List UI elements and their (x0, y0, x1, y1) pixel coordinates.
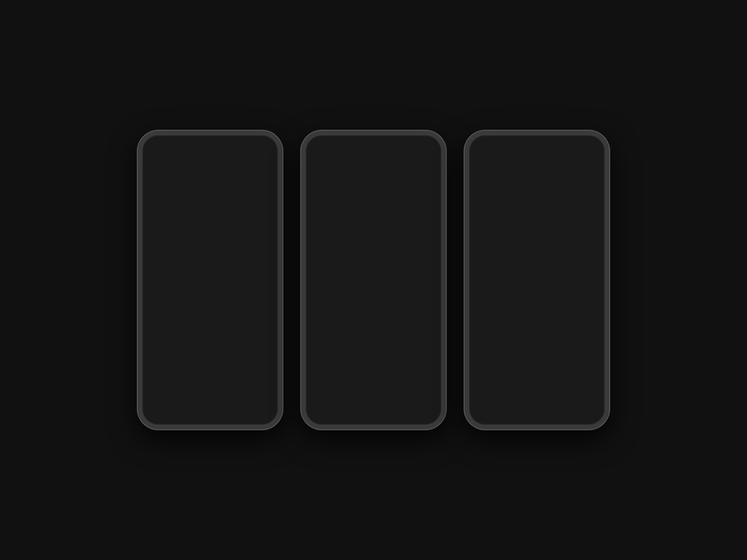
dock-compass-icon[interactable] (213, 396, 238, 420)
app-label-appstore: App Store (477, 316, 493, 320)
svg-point-82 (552, 226, 553, 228)
dock-appletv-icon[interactable] (346, 396, 370, 420)
widgetsmith-label: Widgetsmith (143, 204, 277, 212)
app-settings[interactable]: Settings (211, 287, 244, 322)
app-itunesstore[interactable]: iTunes Store (503, 287, 536, 322)
app-label-settings: Settings (384, 316, 398, 320)
svg-marker-16 (157, 264, 160, 266)
app-label-home: Home (257, 316, 267, 320)
app-label-camera: Camera (350, 280, 363, 284)
calendar-widget[interactable]: TUE 29 SEPTEMBER SMTWTFS1234567891011121… (470, 147, 604, 204)
svg-marker-67 (388, 406, 391, 409)
app-grid: Mail Maps Photos Messages (465, 214, 609, 322)
app-label-appstore: App Store (150, 316, 167, 320)
facetime-icon (576, 252, 602, 278)
svg-point-94 (487, 409, 489, 412)
svg-rect-1 (248, 137, 249, 140)
app-label-home: Home (420, 316, 430, 320)
svg-rect-70 (577, 136, 578, 140)
svg-marker-84 (484, 264, 487, 266)
app-appstore[interactable]: App Store (141, 287, 175, 322)
photos-icon (541, 216, 567, 242)
app-photos[interactable]: Photos (211, 214, 244, 249)
calendar-widget[interactable]: WED 30 SEPTEMBER SMTWTFS1234567891011121… (143, 147, 277, 204)
home-icon (576, 288, 602, 315)
svg-point-93 (553, 300, 556, 303)
app-facetime[interactable]: FaceTime (572, 250, 606, 286)
svg-rect-34 (410, 138, 411, 140)
svg-marker-9 (189, 224, 197, 233)
svg-point-14 (225, 226, 226, 228)
app-photos[interactable]: Photos (374, 214, 408, 249)
maps-icon (343, 216, 369, 242)
dock-compass-icon[interactable] (540, 396, 564, 420)
app-label-photos: Photos (222, 243, 233, 247)
widget-area: WED 30 SEPTEMBER SMTWTFS1234567891011121… (138, 144, 282, 214)
app-maps[interactable]: Maps (503, 214, 536, 249)
app-settings[interactable]: Settings (374, 287, 408, 322)
app-label-itunesstore: iTunes Store (509, 316, 530, 320)
app-notion[interactable]: Notion (537, 250, 571, 286)
home-icon (412, 288, 438, 315)
svg-rect-71 (578, 136, 579, 140)
app-settings[interactable]: Settings (537, 287, 571, 322)
notion-icon (214, 252, 240, 278)
app-home[interactable]: Home (245, 287, 279, 322)
svg-rect-35 (412, 137, 413, 140)
app-messages[interactable]: Messages (409, 214, 442, 249)
svg-marker-50 (321, 264, 324, 266)
svg-marker-101 (551, 406, 554, 409)
app-messages[interactable]: Messages (245, 214, 279, 249)
app-label-youtube: YouTube (314, 280, 329, 284)
page-dot-0 (206, 324, 209, 327)
calendar-widget[interactable]: WED 30 SEPTEMBER SMTWTFS1234567891011121… (307, 147, 440, 204)
svg-point-51 (354, 264, 358, 267)
youtube-icon (472, 252, 498, 278)
app-photos[interactable]: Photos (537, 214, 571, 249)
svg-rect-37 (415, 136, 416, 140)
app-maps[interactable]: Maps (176, 214, 210, 249)
app-home[interactable]: Home (409, 287, 442, 322)
app-youtube[interactable]: YouTube (305, 250, 338, 286)
dock-music-icon[interactable] (478, 396, 502, 420)
app-camera[interactable]: Camera (339, 250, 373, 286)
app-mail[interactable]: Mail (141, 214, 175, 249)
app-camera[interactable]: Camera (503, 250, 536, 286)
notion-icon (378, 252, 404, 278)
app-youtube[interactable]: YouTube (141, 250, 175, 286)
app-appstore[interactable]: App Store (468, 287, 502, 322)
dock-appletv-icon[interactable] (509, 396, 534, 420)
status-bar: 8:01 (465, 131, 609, 144)
messages-icon (249, 216, 275, 242)
dock-music-icon[interactable] (151, 396, 176, 420)
app-appstore[interactable]: App Store (305, 287, 338, 322)
dock-music-icon[interactable] (315, 396, 339, 420)
app-maps[interactable]: Maps (339, 214, 373, 249)
app-camera[interactable]: Camera (176, 250, 210, 286)
app-itunesstore[interactable]: iTunes Store (176, 287, 210, 322)
dock-compass-icon[interactable] (377, 396, 401, 420)
app-messages[interactable]: Messages (572, 214, 606, 249)
photos-icon (378, 216, 404, 242)
app-label-camera: Camera (513, 280, 526, 284)
app-notion[interactable]: Notion (374, 250, 408, 286)
app-facetime[interactable]: FaceTime (409, 250, 442, 286)
camera-icon (180, 252, 206, 278)
app-facetime[interactable]: FaceTime (245, 250, 279, 286)
app-mail[interactable]: Mail (305, 214, 338, 249)
svg-rect-36 (413, 136, 414, 140)
app-home[interactable]: Home (572, 287, 606, 322)
dock-appletv-icon[interactable] (183, 396, 207, 420)
app-mail[interactable]: Mail (468, 214, 502, 249)
dock-phone-icon[interactable] (571, 396, 596, 420)
dock-phone-icon[interactable] (408, 396, 432, 420)
dock-phone-icon[interactable] (245, 396, 269, 420)
status-icons (574, 136, 600, 140)
svg-rect-68 (574, 138, 575, 140)
svg-point-38 (421, 139, 422, 140)
app-youtube[interactable]: YouTube (468, 250, 502, 286)
itunesstore-icon (180, 288, 206, 315)
app-itunesstore[interactable]: iTunes Store (339, 287, 373, 322)
app-notion[interactable]: Notion (211, 250, 244, 286)
status-bar: 12:41 (138, 131, 282, 144)
